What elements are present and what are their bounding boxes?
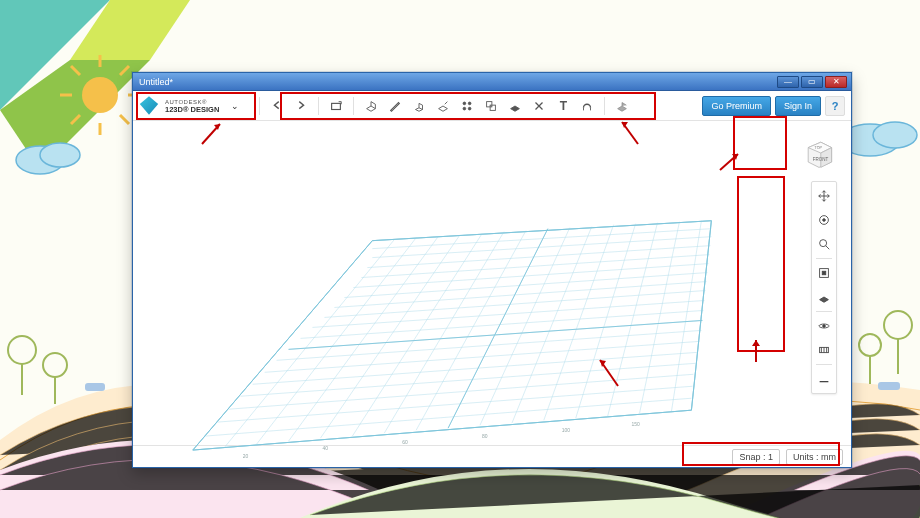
insert-button[interactable] (325, 95, 347, 117)
svg-line-62 (384, 232, 504, 433)
svg-text:40: 40 (322, 445, 328, 451)
viewport[interactable]: 2040 6080 100150 TOP FRONT (133, 121, 851, 445)
svg-point-92 (820, 240, 827, 247)
svg-line-50 (353, 264, 708, 288)
navigation-toolbar (811, 181, 837, 394)
visibility-button[interactable] (814, 316, 834, 336)
svg-rect-31 (487, 101, 492, 106)
svg-line-54 (372, 229, 711, 249)
svg-text:20: 20 (243, 453, 249, 459)
window-title: Untitled* (137, 77, 777, 87)
orbit-button[interactable] (814, 210, 834, 230)
groundplane-button[interactable] (814, 369, 834, 389)
fit-button[interactable] (814, 263, 834, 283)
svg-line-59 (289, 237, 439, 441)
svg-rect-24 (85, 383, 105, 391)
svg-point-20 (884, 311, 912, 339)
minimize-button[interactable]: — (777, 76, 799, 88)
redo-button[interactable] (290, 95, 312, 117)
window-controls: — ▭ ✕ (777, 76, 847, 88)
svg-line-71 (671, 221, 701, 411)
svg-text:TOP: TOP (815, 146, 823, 150)
brand-text: AUTODESK® 123D® DESIGN (165, 98, 219, 114)
modify-button[interactable] (432, 95, 454, 117)
svg-point-96 (823, 325, 826, 328)
view-cube[interactable]: TOP FRONT (801, 135, 837, 171)
app-window: Untitled* — ▭ ✕ AUTODESK® 123D® DESIGN ⌄ (132, 72, 852, 468)
svg-point-30 (469, 107, 472, 110)
snap-button[interactable] (576, 95, 598, 117)
account-actions: Go Premium Sign In ? (702, 96, 851, 116)
svg-point-13 (40, 143, 80, 167)
svg-rect-25 (878, 382, 900, 390)
pattern-button[interactable] (456, 95, 478, 117)
material-button[interactable] (611, 95, 633, 117)
svg-line-51 (361, 255, 709, 278)
svg-point-27 (463, 102, 466, 105)
svg-line-61 (352, 234, 482, 436)
svg-line-70 (640, 222, 680, 413)
shaded-button[interactable] (814, 287, 834, 307)
pan-button[interactable] (814, 186, 834, 206)
svg-point-16 (8, 336, 36, 364)
svg-point-91 (823, 219, 826, 222)
svg-line-60 (320, 235, 460, 438)
svg-rect-32 (490, 105, 495, 110)
svg-line-9 (120, 115, 129, 124)
maximize-button[interactable]: ▭ (801, 76, 823, 88)
combine-button[interactable] (504, 95, 526, 117)
svg-point-28 (469, 102, 472, 105)
svg-text:150: 150 (632, 421, 641, 427)
svg-rect-95 (822, 271, 826, 275)
svg-point-29 (463, 107, 466, 110)
svg-line-74 (372, 221, 711, 241)
primitives-button[interactable] (360, 95, 382, 117)
svg-line-52 (367, 246, 710, 268)
svg-line-76 (691, 221, 711, 410)
main-toolbar: T (255, 92, 633, 120)
svg-text:100: 100 (562, 427, 571, 433)
undo-button[interactable] (266, 95, 288, 117)
help-button[interactable]: ? (825, 96, 845, 116)
svg-point-3 (82, 77, 118, 113)
svg-point-18 (43, 353, 67, 377)
svg-text:80: 80 (482, 433, 488, 439)
title-bar: Untitled* — ▭ ✕ (133, 73, 851, 91)
svg-text:60: 60 (402, 439, 408, 445)
go-premium-button[interactable]: Go Premium (702, 96, 771, 116)
svg-rect-26 (332, 103, 341, 109)
svg-text:FRONT: FRONT (813, 157, 829, 162)
svg-point-15 (873, 122, 917, 148)
svg-line-68 (576, 224, 636, 418)
sketch-button[interactable] (384, 95, 406, 117)
measure-button[interactable] (528, 95, 550, 117)
grouping-button[interactable] (480, 95, 502, 117)
autodesk-logo-icon (139, 96, 159, 116)
ground-grid: 2040 6080 100150 (133, 121, 851, 466)
display-settings-button[interactable] (814, 340, 834, 360)
svg-point-22 (859, 334, 881, 356)
top-toolbar: AUTODESK® 123D® DESIGN ⌄ (133, 91, 851, 121)
sign-in-button[interactable]: Sign In (775, 96, 821, 116)
svg-line-37 (205, 398, 692, 436)
svg-line-66 (512, 227, 592, 423)
zoom-button[interactable] (814, 234, 834, 254)
svg-line-93 (826, 246, 830, 250)
construct-button[interactable] (408, 95, 430, 117)
text-button[interactable]: T (552, 95, 574, 117)
app-menu[interactable]: AUTODESK® 123D® DESIGN ⌄ (133, 91, 247, 121)
chevron-down-icon: ⌄ (231, 101, 239, 111)
close-button[interactable]: ✕ (825, 76, 847, 88)
